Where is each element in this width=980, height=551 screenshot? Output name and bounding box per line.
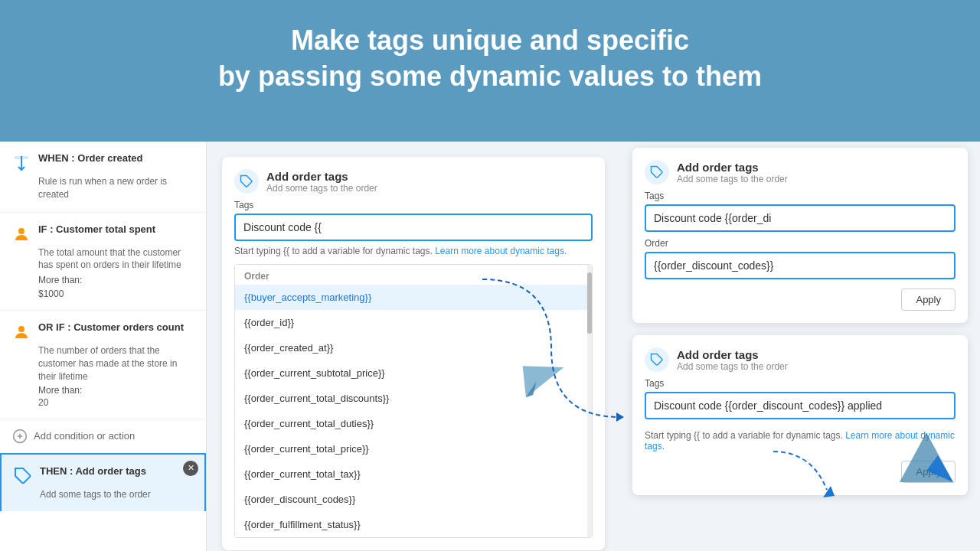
person-orders-icon bbox=[12, 323, 31, 341]
person-icon bbox=[12, 225, 31, 243]
right-top-tags-label: Tags bbox=[645, 191, 956, 201]
orif-detail1: More than: bbox=[12, 385, 194, 396]
if-title: IF : Customer total spent bbox=[38, 223, 155, 235]
orif-desc: The number of orders that the customer h… bbox=[12, 344, 194, 383]
center-card-header: Add order tags Add some tags to the orde… bbox=[234, 169, 593, 194]
dropdown-item[interactable]: {{order_current_total_tax}} bbox=[235, 461, 592, 487]
tag-icon-right-top bbox=[650, 165, 664, 179]
learn-more-link[interactable]: Learn more about dynamic tags. bbox=[435, 246, 567, 256]
dropdown-item[interactable]: {{order_fulfillment_status}} bbox=[235, 512, 592, 537]
dropdown-item[interactable]: {{order_discount_codes}} bbox=[235, 487, 592, 512]
right-bottom-subtitle: Add some tags to the order bbox=[677, 361, 788, 372]
when-desc: Rule is run when a new order is created bbox=[12, 175, 194, 201]
dropdown-list: {{buyer_accepts_marketing}}{{order_id}}{… bbox=[235, 285, 592, 537]
hero-section: Make tags unique and specific by passing… bbox=[0, 0, 980, 142]
hero-title: Make tags unique and specific by passing… bbox=[15, 23, 965, 95]
triangle-decoration bbox=[896, 429, 957, 490]
right-card-top: Add order tags Add some tags to the orde… bbox=[632, 148, 968, 323]
dropdown-item[interactable]: {{order_created_at}} bbox=[235, 335, 592, 360]
right-panel: Add order tags Add some tags to the orde… bbox=[620, 142, 980, 551]
right-top-subtitle: Add some tags to the order bbox=[677, 174, 788, 184]
close-button[interactable]: ✕ bbox=[183, 461, 198, 476]
right-top-title: Add order tags bbox=[677, 161, 788, 174]
dropdown-item[interactable]: {{buyer_accepts_marketing}} bbox=[235, 285, 592, 310]
right-top-apply-button[interactable]: Apply bbox=[901, 289, 956, 311]
main-area: WHEN : Order created Rule is run when a … bbox=[0, 142, 980, 551]
tags-input[interactable] bbox=[234, 214, 593, 241]
dropdown-section: Order bbox=[235, 265, 592, 285]
tag-icon-right-bottom bbox=[650, 353, 664, 367]
right-bottom-icon bbox=[645, 347, 669, 372]
when-title: WHEN : Order created bbox=[38, 152, 143, 164]
center-panel: Add order tags Add some tags to the orde… bbox=[207, 142, 620, 551]
svg-point-3 bbox=[18, 326, 24, 332]
svg-point-2 bbox=[18, 228, 24, 234]
download-icon bbox=[12, 154, 31, 172]
right-top-tags-input[interactable] bbox=[645, 204, 956, 232]
dropdown-item[interactable]: {{order_current_total_duties}} bbox=[235, 411, 592, 436]
scrollbar-thumb[interactable] bbox=[587, 272, 592, 334]
add-condition-button[interactable]: Add condition or action bbox=[0, 419, 206, 453]
scrollbar-track[interactable] bbox=[587, 265, 592, 537]
center-card-subtitle: Add some tags to the order bbox=[266, 183, 377, 194]
hint-text: Start typing {{ to add a variable for dy… bbox=[234, 246, 593, 256]
orif-detail2: 20 bbox=[12, 397, 194, 408]
right-top-header: Add order tags Add some tags to the orde… bbox=[645, 160, 956, 184]
dropdown-container: Order {{buyer_accepts_marketing}}{{order… bbox=[234, 264, 593, 538]
tags-field-label: Tags bbox=[234, 200, 593, 210]
orif-title: OR IF : Customer orders count bbox=[38, 321, 184, 333]
svg-rect-1 bbox=[15, 156, 28, 159]
dropdown-item[interactable]: {{order_current_total_price}} bbox=[235, 436, 592, 461]
sidebar-item-orif[interactable]: OR IF : Customer orders count The number… bbox=[0, 311, 206, 419]
center-card-title: Add order tags bbox=[266, 170, 377, 183]
tag-card-icon bbox=[240, 174, 253, 188]
dropdown-item[interactable]: {{order_id}} bbox=[235, 310, 592, 335]
tag-icon bbox=[14, 467, 32, 485]
then-title: THEN : Add order tags bbox=[40, 465, 146, 477]
sidebar-item-if[interactable]: IF : Customer total spent The total amou… bbox=[0, 213, 206, 311]
center-card-icon bbox=[234, 169, 259, 194]
right-top-section-label: Order bbox=[645, 238, 956, 249]
sidebar-item-when[interactable]: WHEN : Order created Rule is run when a … bbox=[0, 142, 206, 213]
if-detail1: More than: bbox=[12, 275, 194, 285]
then-desc: Add some tags to the order bbox=[14, 488, 192, 501]
sidebar: WHEN : Order created Rule is run when a … bbox=[0, 142, 207, 551]
svg-marker-13 bbox=[823, 486, 835, 497]
right-top-order-input[interactable] bbox=[645, 252, 956, 279]
center-card-titles: Add order tags Add some tags to the orde… bbox=[266, 170, 377, 194]
center-card: Add order tags Add some tags to the orde… bbox=[222, 157, 605, 550]
right-bottom-tags-label: Tags bbox=[645, 378, 956, 389]
if-desc: The total amount that the customer has s… bbox=[12, 246, 194, 272]
right-bottom-tags-input[interactable] bbox=[645, 392, 956, 419]
sidebar-item-then[interactable]: THEN : Add order tags Add some tags to t… bbox=[0, 453, 206, 512]
plus-circle-icon bbox=[12, 429, 28, 444]
add-condition-label: Add condition or action bbox=[34, 430, 135, 442]
if-detail2: $1000 bbox=[12, 289, 194, 299]
right-top-icon bbox=[645, 160, 669, 184]
right-bottom-header: Add order tags Add some tags to the orde… bbox=[645, 347, 956, 372]
arrow-decoration bbox=[766, 444, 842, 505]
right-bottom-title: Add order tags bbox=[677, 348, 788, 361]
